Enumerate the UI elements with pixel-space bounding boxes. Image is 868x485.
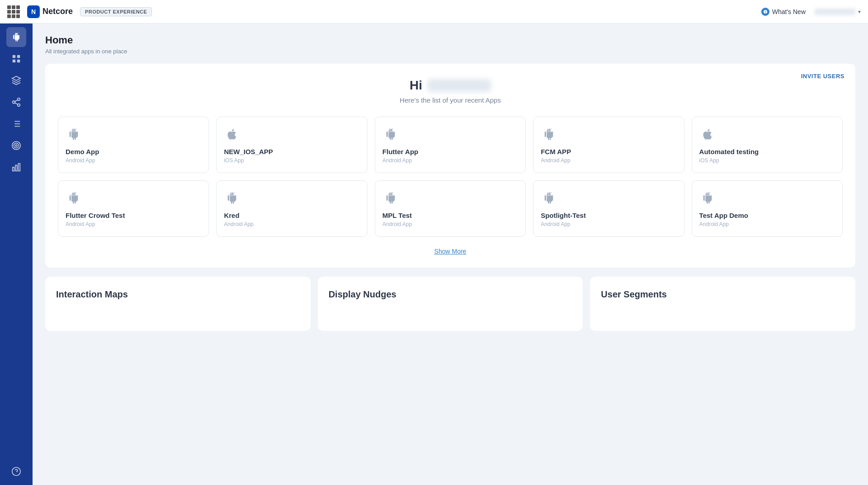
main-content: Home All integrated apps in one place IN… <box>33 24 868 485</box>
app-type: Android App <box>541 221 676 227</box>
product-experience-badge[interactable]: PRODUCT EXPERIENCE <box>80 7 152 16</box>
invite-users-button[interactable]: INVITE USERS <box>801 73 844 80</box>
svg-point-5 <box>18 98 20 101</box>
svg-rect-1 <box>13 55 15 58</box>
app-name: Test App Demo <box>699 212 835 219</box>
app-type: Android App <box>382 221 518 227</box>
svg-point-18 <box>15 145 17 146</box>
svg-point-7 <box>18 104 20 107</box>
android-icon <box>66 190 82 206</box>
app-type: Android App <box>699 221 835 227</box>
android-icon <box>224 190 240 206</box>
top-navigation: N Netcore PRODUCT EXPERIENCE What's New … <box>0 0 868 24</box>
svg-point-6 <box>13 101 15 104</box>
svg-line-9 <box>15 100 18 102</box>
page-subtitle: All integrated apps in one place <box>45 48 855 55</box>
show-more-button[interactable]: Show More <box>58 248 843 255</box>
svg-rect-3 <box>13 60 15 62</box>
svg-rect-2 <box>17 55 20 58</box>
android-icon <box>382 126 399 142</box>
sidebar-item-share[interactable] <box>6 92 26 112</box>
whats-new-label: What's New <box>772 8 806 15</box>
bottom-card[interactable]: User Segments <box>590 277 855 331</box>
netcore-logo-mark: N <box>27 5 40 18</box>
user-name <box>815 9 855 15</box>
bottom-cards: Interaction MapsDisplay NudgesUser Segme… <box>45 277 855 331</box>
apps-subtitle: Here's the list of your recent Apps <box>58 96 843 104</box>
whats-new-button[interactable]: What's New <box>761 8 806 16</box>
app-card[interactable]: Automated testing iOS App <box>692 117 843 173</box>
app-card[interactable]: Kred Android App <box>216 180 367 237</box>
ios-icon <box>224 126 240 142</box>
svg-rect-19 <box>13 167 14 171</box>
main-layout: Home All integrated apps in one place IN… <box>0 24 868 485</box>
app-type: Android App <box>224 221 359 227</box>
svg-rect-21 <box>19 164 20 171</box>
app-card[interactable]: NEW_IOS_APP iOS App <box>216 117 367 173</box>
app-card[interactable]: Spotlight-Test Android App <box>533 180 684 237</box>
sidebar-item-stack[interactable] <box>6 71 26 90</box>
apps-grid: Demo App Android App NEW_IOS_APP iOS App… <box>58 117 843 237</box>
logo-text: Netcore <box>42 7 73 16</box>
app-card[interactable]: MPL Test Android App <box>375 180 526 237</box>
bottom-card[interactable]: Display Nudges <box>318 277 583 331</box>
user-menu[interactable]: ▾ <box>815 9 861 15</box>
bottom-card-title: Interaction Maps <box>56 289 300 300</box>
svg-point-17 <box>14 143 19 148</box>
svg-rect-4 <box>17 60 20 62</box>
app-name: NEW_IOS_APP <box>224 148 359 155</box>
app-card[interactable]: FCM APP Android App <box>533 117 684 173</box>
app-type: iOS App <box>699 157 835 164</box>
android-icon <box>66 126 82 142</box>
app-name: Demo App <box>66 148 201 155</box>
app-type: Android App <box>66 221 201 227</box>
sidebar-item-target[interactable] <box>6 136 26 155</box>
app-card[interactable]: Demo App Android App <box>58 117 209 173</box>
sidebar-bottom <box>6 461 26 481</box>
sidebar-item-android[interactable] <box>6 27 26 47</box>
topnav-right: What's New ▾ <box>761 8 861 16</box>
logo: N Netcore <box>27 5 73 18</box>
svg-line-8 <box>15 103 18 104</box>
sidebar-item-pages[interactable] <box>6 49 26 69</box>
app-name: Spotlight-Test <box>541 212 676 219</box>
bottom-card-title: User Segments <box>601 289 844 300</box>
android-icon <box>382 190 399 206</box>
greeting-text: Hi <box>58 78 843 93</box>
page-header: Home All integrated apps in one place <box>45 34 855 55</box>
app-card[interactable]: Flutter App Android App <box>375 117 526 173</box>
android-icon <box>541 126 557 142</box>
app-name: MPL Test <box>382 212 518 219</box>
bottom-card-title: Display Nudges <box>329 289 572 300</box>
ios-icon <box>699 126 716 142</box>
svg-rect-20 <box>15 165 17 171</box>
app-type: Android App <box>382 157 518 164</box>
app-name: FCM APP <box>541 148 676 155</box>
android-icon <box>541 190 557 206</box>
sidebar <box>0 24 33 485</box>
sidebar-item-chart[interactable] <box>6 157 26 177</box>
whats-new-icon <box>761 8 769 16</box>
app-type: iOS App <box>224 157 359 164</box>
app-card[interactable]: Test App Demo Android App <box>692 180 843 237</box>
chevron-down-icon: ▾ <box>858 9 861 15</box>
app-card[interactable]: Flutter Crowd Test Android App <box>58 180 209 237</box>
app-type: Android App <box>541 157 676 164</box>
app-name: Flutter App <box>382 148 518 155</box>
grid-menu-icon[interactable] <box>7 5 20 18</box>
bottom-card[interactable]: Interaction Maps <box>45 277 311 331</box>
android-icon <box>699 190 716 206</box>
sidebar-item-help[interactable] <box>6 461 26 481</box>
app-name: Kred <box>224 212 359 219</box>
app-type: Android App <box>66 157 201 164</box>
app-name: Flutter Crowd Test <box>66 212 201 219</box>
page-title: Home <box>45 34 855 46</box>
sidebar-item-list[interactable] <box>6 114 26 134</box>
greeting-username <box>428 79 491 92</box>
apps-card: INVITE USERS Hi Here's the list of your … <box>45 64 855 268</box>
app-name: Automated testing <box>699 148 835 155</box>
